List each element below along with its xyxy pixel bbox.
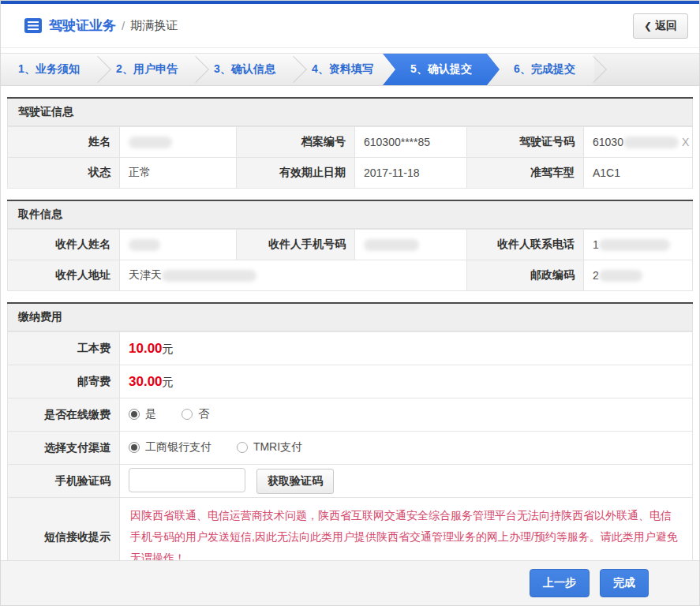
back-button-label: 返回 [655, 19, 677, 32]
radio-icon[interactable] [129, 409, 140, 420]
chevron-left-icon: ❮ [644, 21, 652, 32]
recipient-name-value [120, 230, 237, 260]
expiry-value: 2017-11-18 [355, 158, 467, 189]
page-title: 驾驶证业务 [49, 17, 116, 35]
previous-step-button[interactable]: 上一步 [530, 569, 590, 597]
card-fee-label: 工本费 [8, 332, 120, 365]
vehicle-class-label: 准驾车型 [467, 158, 584, 189]
radio-icon[interactable] [182, 409, 193, 420]
table-row: 手机验证码 获取验证码 [8, 465, 693, 498]
redacted-value [162, 270, 256, 282]
finish-button[interactable]: 完成 [600, 569, 649, 597]
online-pay-label: 是否在线缴费 [8, 398, 120, 432]
license-section-title: 驾驶证信息 [7, 99, 693, 126]
table-row: 收件人地址 天津天 邮政编码 2 [8, 260, 693, 291]
footer-bar: 上一步 完成 [1, 560, 699, 605]
step-5-confirm-submit[interactable]: 5、确认提交 [383, 54, 500, 85]
license-info-table: 姓名 档案编号 610300****85 驾驶证号码 61030X 状态 正常 … [7, 126, 693, 189]
radio-option-tmri[interactable]: TMRI支付 [237, 440, 302, 454]
radio-option-no[interactable]: 否 [182, 407, 209, 421]
radio-label[interactable]: TMRI支付 [253, 440, 302, 454]
redacted-value [623, 137, 679, 148]
name-label: 姓名 [8, 127, 120, 158]
redacted-value [599, 270, 642, 282]
radio-icon[interactable] [129, 442, 140, 453]
channel-label: 选择支付渠道 [8, 432, 120, 465]
status-value: 正常 [120, 158, 237, 189]
stepnav-filler [594, 54, 699, 85]
pickup-section-title: 取件信息 [7, 201, 693, 229]
channel-options: 工商银行支付 TMRI支付 [120, 432, 693, 465]
payment-section: 缴纳费用 工本费 10.00元 邮寄费 30.00元 是否在线缴费 是 否 选择… [7, 302, 693, 577]
status-label: 状态 [8, 158, 120, 189]
redacted-value [364, 239, 419, 251]
step-6-complete-submit[interactable]: 6、完成提交 [496, 54, 593, 85]
card-fee-unit: 元 [163, 342, 174, 355]
license-info-section: 驾驶证信息 姓名 档案编号 610300****85 驾驶证号码 61030X … [7, 97, 693, 189]
postcode-value: 2 [584, 260, 693, 291]
pickup-info-section: 取件信息 收件人姓名 收件人手机号码 收件人联系电话 1 收件人地址 天津天 邮… [7, 200, 693, 291]
redacted-value [129, 137, 172, 148]
postage-fee-label: 邮寄费 [8, 365, 120, 398]
step-navigation: 1、业务须知 2、用户申告 3、确认信息 4、资料填写 5、确认提交 6、完成提… [1, 53, 699, 86]
table-row: 邮寄费 30.00元 [8, 365, 693, 398]
table-row: 选择支付渠道 工商银行支付 TMRI支付 [8, 432, 693, 465]
radio-label[interactable]: 否 [198, 407, 209, 421]
table-row: 姓名 档案编号 610300****85 驾驶证号码 61030X [8, 127, 693, 158]
page-subtitle: 期满换证 [130, 18, 178, 33]
table-row: 工本费 10.00元 [8, 332, 693, 365]
redacted-value [129, 239, 160, 251]
step-3-confirm-info[interactable]: 3、确认信息 [197, 54, 293, 85]
table-row: 收件人姓名 收件人手机号码 收件人联系电话 1 [8, 230, 693, 260]
page-header: 驾驶证业务 / 期满换证 ❮返回 [1, 4, 699, 48]
redacted-value [599, 239, 670, 251]
sms-code-label: 手机验证码 [8, 465, 120, 498]
postage-fee-value: 30.00元 [120, 365, 693, 398]
online-pay-options: 是 否 [120, 398, 693, 432]
pickup-info-table: 收件人姓名 收件人手机号码 收件人联系电话 1 收件人地址 天津天 邮政编码 2 [7, 229, 693, 291]
postage-fee-amount: 30.00 [129, 374, 163, 389]
radio-option-yes[interactable]: 是 [129, 407, 156, 421]
sms-code-field: 获取验证码 [120, 465, 693, 498]
payment-table: 工本费 10.00元 邮寄费 30.00元 是否在线缴费 是 否 选择支付渠道 … [7, 331, 693, 577]
payment-section-title: 缴纳费用 [7, 304, 693, 331]
file-no-label: 档案编号 [237, 127, 355, 158]
back-button[interactable]: ❮返回 [633, 13, 688, 39]
recipient-mobile-value [355, 230, 467, 260]
name-value [120, 127, 237, 158]
postcode-label: 邮政编码 [467, 260, 584, 291]
recipient-name-label: 收件人姓名 [8, 230, 120, 260]
table-row: 是否在线缴费 是 否 [8, 398, 693, 432]
sms-tip-text: 因陕西省联通、电信运营商技术问题，陕西省互联网交通安全综合服务管理平台无法向持陕… [130, 509, 678, 564]
recipient-phone-label: 收件人联系电话 [467, 230, 584, 260]
recipient-address-label: 收件人地址 [8, 260, 120, 291]
expiry-label: 有效期止日期 [237, 158, 355, 189]
license-no-label: 驾驶证号码 [467, 127, 584, 158]
step-1-business-notice[interactable]: 1、业务须知 [1, 54, 97, 85]
step-2-user-declaration[interactable]: 2、用户申告 [99, 54, 195, 85]
table-row: 状态 正常 有效期止日期 2017-11-18 准驾车型 A1C1 [8, 158, 693, 189]
file-no-value: 610300****85 [355, 127, 467, 158]
recipient-address-value: 天津天 [120, 260, 467, 291]
page: 驾驶证业务 / 期满换证 ❮返回 1、业务须知 2、用户申告 3、确认信息 4、… [0, 0, 700, 606]
title-separator: / [122, 19, 125, 32]
card-fee-amount: 10.00 [129, 341, 163, 356]
step-4-fill-materials[interactable]: 4、资料填写 [294, 54, 391, 85]
recipient-phone-value: 1 [584, 230, 693, 260]
recipient-mobile-label: 收件人手机号码 [237, 230, 355, 260]
card-fee-value: 10.00元 [120, 332, 693, 365]
license-no-value: 61030X [584, 127, 693, 158]
radio-label[interactable]: 是 [145, 407, 156, 421]
radio-label[interactable]: 工商银行支付 [145, 440, 211, 454]
radio-icon[interactable] [237, 442, 248, 453]
get-code-button[interactable]: 获取验证码 [256, 469, 334, 494]
vehicle-class-value: A1C1 [584, 158, 693, 189]
list-icon [24, 18, 42, 33]
postage-fee-unit: 元 [163, 376, 174, 388]
sms-code-input[interactable] [129, 468, 245, 492]
radio-option-icbc[interactable]: 工商银行支付 [129, 440, 211, 454]
